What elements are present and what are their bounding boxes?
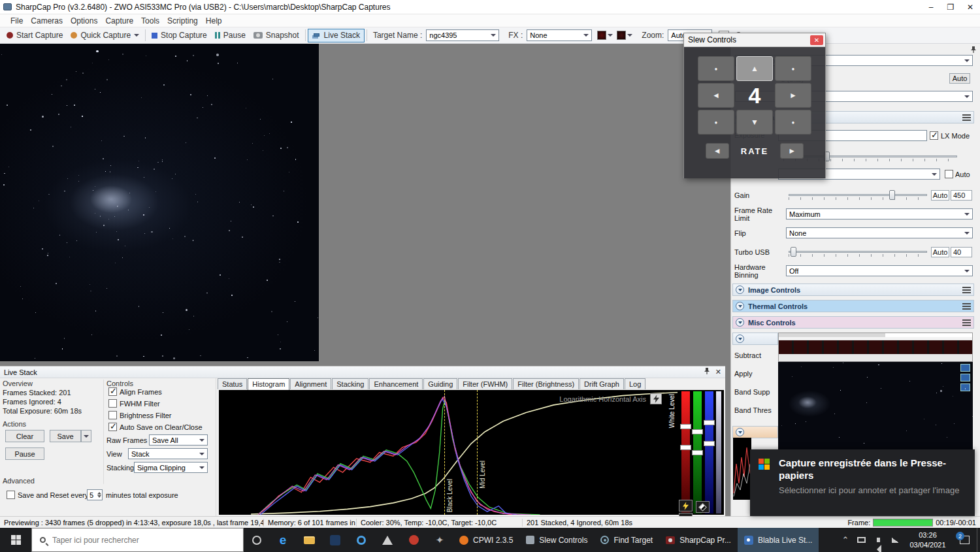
- section-misc-controls[interactable]: Misc Controls: [732, 316, 974, 329]
- hamburger-menu-icon[interactable]: [962, 319, 971, 326]
- gain-auto-button[interactable]: Auto: [931, 190, 949, 201]
- taskbar-window-slew-controls[interactable]: Slew Controls: [519, 528, 594, 552]
- slew-down-right-button[interactable]: ●: [775, 110, 811, 135]
- section-preprocessing[interactable]: [732, 333, 778, 345]
- gain-value[interactable]: 450: [951, 190, 972, 201]
- slew-left-button[interactable]: ◄: [698, 83, 734, 108]
- menu-scripting[interactable]: Scripting: [163, 15, 202, 27]
- stacking-combo[interactable]: Sigma Clipping: [134, 462, 208, 473]
- lx-mode-checkbox[interactable]: [930, 131, 938, 140]
- frame-rate-combo[interactable]: Maximum: [786, 208, 973, 219]
- view-combo[interactable]: Stack: [128, 448, 208, 459]
- volume-icon[interactable]: [870, 538, 887, 542]
- taskbar-edge-button[interactable]: e: [270, 528, 296, 552]
- taskbar-app-button[interactable]: [374, 528, 400, 552]
- save-reset-checkbox[interactable]: [7, 491, 15, 499]
- snapshot-button[interactable]: Snapshot: [250, 29, 303, 41]
- mid-level-line[interactable]: Mid Level: [477, 390, 478, 515]
- taskbar-search[interactable]: [31, 528, 244, 552]
- hardware-binning-combo[interactable]: Off: [786, 265, 973, 276]
- show-desktop-button[interactable]: [977, 528, 980, 552]
- chevron-down-icon[interactable]: [608, 34, 613, 37]
- taskbar-window-sharpcap[interactable]: SharpCap Pr...: [659, 528, 738, 552]
- gain-slider[interactable]: [789, 190, 927, 201]
- tab-alignment[interactable]: Alignment: [290, 378, 331, 389]
- slider-thumb[interactable]: [889, 190, 895, 200]
- action-center-button[interactable]: 2: [952, 528, 977, 552]
- tray-clock[interactable]: 03:26 03/04/2021: [904, 530, 952, 549]
- start-button[interactable]: [0, 528, 31, 552]
- toast-notification[interactable]: Capture enregistrée dans le Presse-papie…: [750, 449, 975, 516]
- hamburger-menu-icon[interactable]: [962, 303, 971, 310]
- slider-thumb[interactable]: [791, 247, 796, 257]
- pause-stack-button[interactable]: Pause: [5, 447, 44, 460]
- menu-help[interactable]: Help: [202, 15, 226, 27]
- auto-save-checkbox[interactable]: [108, 423, 117, 431]
- auto-checkbox[interactable]: [945, 170, 953, 178]
- black-level-line[interactable]: Black Level: [444, 390, 445, 515]
- colour-space-auto-button[interactable]: Auto: [949, 73, 970, 84]
- network-icon[interactable]: [887, 538, 904, 543]
- monitor-icon[interactable]: [853, 537, 870, 543]
- thumbnail-button[interactable]: [960, 374, 970, 382]
- tab-enhancement[interactable]: Enhancement: [369, 378, 423, 389]
- tab-filter-brightness[interactable]: Filter (Brightness): [513, 378, 579, 389]
- tab-histogram[interactable]: Histogram: [248, 378, 289, 390]
- taskbar-window-cpwi[interactable]: CPWI 2.3.5: [453, 528, 519, 552]
- slew-down-button[interactable]: ▼: [736, 110, 773, 135]
- red-level-slider[interactable]: [681, 391, 690, 513]
- taskbar-app-button[interactable]: [322, 528, 348, 552]
- turbo-usb-value[interactable]: 40: [951, 247, 972, 257]
- tab-status[interactable]: Status: [218, 378, 247, 389]
- tab-filter-fwhm[interactable]: Filter (FWHM): [458, 378, 512, 389]
- menu-tools[interactable]: Tools: [137, 15, 163, 27]
- slew-close-button[interactable]: ✕: [810, 35, 823, 45]
- target-name-combo[interactable]: ngc4395: [426, 29, 499, 41]
- turbo-usb-auto-button[interactable]: Auto: [931, 247, 949, 257]
- hamburger-menu-icon[interactable]: [962, 287, 971, 293]
- section-thermal-controls[interactable]: Thermal Controls: [732, 300, 974, 312]
- raw-frames-combo[interactable]: Save All: [149, 434, 208, 446]
- pause-button[interactable]: Pause: [211, 29, 250, 41]
- start-capture-button[interactable]: Start Capture: [3, 29, 67, 41]
- blue-level-slider[interactable]: [705, 391, 713, 513]
- tab-guiding[interactable]: Guiding: [423, 378, 457, 389]
- brightness-filter-checkbox[interactable]: [108, 411, 117, 419]
- slider-handle[interactable]: [704, 441, 715, 446]
- cortana-button[interactable]: [244, 528, 270, 552]
- slider-handle[interactable]: [692, 429, 703, 434]
- slider-handle[interactable]: [680, 445, 691, 450]
- menu-file[interactable]: File: [7, 15, 27, 27]
- slew-up-button[interactable]: ▲: [736, 56, 773, 81]
- menu-cameras[interactable]: Cameras: [27, 15, 67, 27]
- rate-decrease-button[interactable]: ◄: [706, 143, 729, 159]
- align-frames-checkbox[interactable]: [108, 387, 117, 396]
- taskbar-app-button[interactable]: ✦: [427, 528, 453, 552]
- flip-combo[interactable]: None: [786, 227, 973, 238]
- black-white-diamond-button[interactable]: [696, 501, 710, 513]
- minimize-button[interactable]: –: [921, 0, 941, 14]
- pin-icon[interactable]: [704, 367, 710, 377]
- taskbar-window-find-target[interactable]: Find Target: [594, 528, 659, 552]
- taskbar-app-button[interactable]: [400, 528, 427, 552]
- hamburger-menu-icon[interactable]: [962, 114, 971, 121]
- clear-button[interactable]: Clear: [5, 430, 44, 442]
- slider-handle[interactable]: [680, 424, 691, 429]
- menu-capture[interactable]: Capture: [101, 15, 137, 27]
- tray-expand-chevron[interactable]: ⌃: [838, 535, 853, 545]
- close-button[interactable]: ✕: [960, 0, 980, 14]
- chevron-down-icon[interactable]: [627, 34, 632, 37]
- slew-down-left-button[interactable]: ●: [698, 110, 734, 135]
- tab-stacking[interactable]: Stacking: [332, 378, 368, 389]
- save-button[interactable]: Save: [50, 430, 81, 442]
- tab-drift-graph[interactable]: Drift Graph: [580, 378, 624, 389]
- live-stack-button[interactable]: Live Stack: [308, 29, 365, 42]
- quick-capture-button[interactable]: Quick Capture: [67, 29, 143, 41]
- tab-log[interactable]: Log: [625, 378, 645, 389]
- menu-options[interactable]: Options: [67, 15, 101, 27]
- colour-swatch-1[interactable]: [597, 31, 606, 40]
- rate-increase-button[interactable]: ►: [780, 143, 804, 159]
- save-dropdown-button[interactable]: [81, 430, 91, 442]
- thumbnail-button[interactable]: [960, 364, 970, 372]
- white-level-slider[interactable]: [716, 391, 721, 513]
